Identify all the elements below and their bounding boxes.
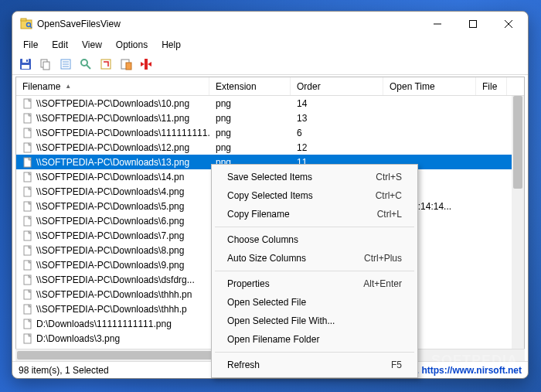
svg-marker-24 bbox=[141, 62, 145, 66]
context-menu: Save Selected ItemsCtrl+SCopy Selected I… bbox=[211, 164, 418, 378]
context-item[interactable]: Auto Size ColumnsCtrl+Plus bbox=[213, 249, 416, 268]
cell-order: 13 bbox=[291, 113, 383, 124]
context-label: Save Selected Items bbox=[227, 172, 312, 182]
sort-ascending-icon: ▲ bbox=[65, 83, 71, 90]
context-item[interactable]: Save Selected ItemsCtrl+S bbox=[213, 168, 416, 186]
menu-options[interactable]: Options bbox=[110, 38, 154, 52]
svg-rect-10 bbox=[22, 65, 29, 69]
menu-file[interactable]: File bbox=[17, 38, 44, 52]
svg-rect-1 bbox=[21, 19, 26, 21]
cell-filename: \\SOFTPEDIA-PC\Downloads\thhh.pn bbox=[16, 289, 209, 300]
cell-order: 14 bbox=[291, 98, 383, 109]
context-item[interactable]: Open Filename Folder bbox=[213, 330, 416, 349]
find-icon[interactable] bbox=[77, 56, 94, 73]
context-separator bbox=[215, 227, 414, 227]
cell-filename: \\SOFTPEDIA-PC\Downloads\4.png bbox=[16, 186, 209, 197]
cell-filename: \\SOFTPEDIA-PC\Downloads\111111111... bbox=[16, 128, 209, 138]
column-extension[interactable]: Extension bbox=[209, 77, 291, 95]
cell-filename: D:\Downloads\3.png bbox=[16, 333, 209, 344]
column-file[interactable]: File bbox=[476, 77, 507, 95]
context-shortcut: Ctrl+L bbox=[377, 209, 402, 220]
context-label: Choose Columns bbox=[227, 234, 298, 245]
context-item[interactable]: RefreshF5 bbox=[213, 356, 416, 374]
context-shortcut: F5 bbox=[391, 360, 402, 370]
cell-filename: \\SOFTPEDIA-PC\Downloads\dsfdrg... bbox=[16, 274, 209, 285]
context-shortcut: Ctrl+C bbox=[376, 190, 402, 201]
file-icon bbox=[22, 157, 33, 168]
cell-filename: \\SOFTPEDIA-PC\Downloads\13.png bbox=[16, 157, 209, 168]
context-item[interactable]: Open Selected File bbox=[213, 293, 416, 312]
svg-rect-5 bbox=[470, 21, 477, 28]
context-label: Auto Size Columns bbox=[227, 253, 306, 264]
titlebar[interactable]: OpenSaveFilesView bbox=[12, 12, 528, 36]
copy-icon[interactable] bbox=[37, 56, 54, 73]
context-label: Refresh bbox=[227, 360, 260, 370]
file-icon bbox=[22, 304, 33, 315]
file-icon bbox=[22, 128, 33, 138]
svg-rect-13 bbox=[43, 62, 49, 70]
context-item[interactable]: Choose Columns bbox=[213, 230, 416, 249]
minimize-button[interactable] bbox=[420, 12, 455, 36]
save-icon[interactable] bbox=[17, 56, 34, 73]
column-headers: Filename▲ Extension Order Open Time File bbox=[16, 77, 524, 96]
cell-order: 12 bbox=[291, 142, 383, 153]
svg-point-18 bbox=[81, 60, 87, 66]
menu-edit[interactable]: Edit bbox=[46, 38, 74, 52]
column-order[interactable]: Order bbox=[291, 77, 383, 95]
file-icon bbox=[22, 186, 33, 197]
file-icon bbox=[22, 274, 33, 285]
exit-icon[interactable] bbox=[138, 56, 155, 73]
svg-rect-11 bbox=[26, 60, 28, 62]
cell-filename: \\SOFTPEDIA-PC\Downloads\5.png bbox=[16, 201, 209, 212]
svg-line-19 bbox=[87, 65, 90, 69]
table-row[interactable]: \\SOFTPEDIA-PC\Downloads\11.pngpng13 bbox=[16, 111, 524, 125]
svg-marker-25 bbox=[148, 62, 151, 66]
file-icon bbox=[22, 142, 33, 153]
cell-filename: \\SOFTPEDIA-PC\Downloads\10.png bbox=[16, 98, 209, 109]
column-filename[interactable]: Filename▲ bbox=[16, 77, 209, 95]
file-icon bbox=[22, 245, 33, 256]
cell-extension: png bbox=[209, 128, 291, 138]
menu-view[interactable]: View bbox=[76, 38, 108, 52]
context-item[interactable]: Open Selected File With... bbox=[213, 312, 416, 330]
status-count: 98 item(s), 1 Selected bbox=[19, 365, 109, 376]
file-icon bbox=[22, 289, 33, 300]
context-label: Open Selected File bbox=[227, 297, 306, 308]
cell-filename: \\SOFTPEDIA-PC\Downloads\6.png bbox=[16, 216, 209, 227]
context-separator bbox=[215, 352, 414, 353]
file-icon bbox=[22, 113, 33, 124]
context-item[interactable]: Copy Selected ItemsCtrl+C bbox=[213, 186, 416, 205]
table-row[interactable]: \\SOFTPEDIA-PC\Downloads\111111111...png… bbox=[16, 125, 524, 140]
cell-extension: png bbox=[209, 98, 291, 109]
file-icon bbox=[22, 216, 33, 227]
column-opentime[interactable]: Open Time bbox=[383, 77, 476, 95]
menubar: File Edit View Options Help bbox=[12, 36, 528, 53]
table-row[interactable]: \\SOFTPEDIA-PC\Downloads\10.pngpng14 bbox=[16, 96, 524, 111]
cell-filename: \\SOFTPEDIA-PC\Downloads\9.png bbox=[16, 260, 209, 271]
file-icon bbox=[22, 260, 33, 271]
cell-filename: \\SOFTPEDIA-PC\Downloads\12.png bbox=[16, 142, 209, 153]
cell-filename: \\SOFTPEDIA-PC\Downloads\14.pn bbox=[16, 172, 209, 182]
cell-filename: \\SOFTPEDIA-PC\Downloads\7.png bbox=[16, 230, 209, 241]
file-icon bbox=[22, 201, 33, 212]
options-icon[interactable] bbox=[117, 56, 134, 73]
refresh-icon[interactable] bbox=[97, 56, 114, 73]
maximize-button[interactable] bbox=[455, 12, 491, 36]
svg-rect-23 bbox=[145, 59, 148, 70]
vertical-scroll-thumb[interactable] bbox=[513, 96, 522, 189]
menu-help[interactable]: Help bbox=[155, 38, 187, 52]
context-item[interactable]: PropertiesAlt+Enter bbox=[213, 274, 416, 293]
context-separator bbox=[215, 271, 414, 271]
properties-icon[interactable] bbox=[57, 56, 74, 73]
context-label: Open Filename Folder bbox=[227, 334, 319, 345]
close-button[interactable] bbox=[491, 12, 526, 36]
vertical-scrollbar[interactable] bbox=[512, 96, 524, 359]
context-item[interactable]: Copy FilenameCtrl+L bbox=[213, 205, 416, 223]
cell-filename: \\SOFTPEDIA-PC\Downloads\8.png bbox=[16, 245, 209, 256]
cell-filename: \\SOFTPEDIA-PC\Downloads\thhh.p bbox=[16, 304, 209, 315]
context-shortcut: Ctrl+Plus bbox=[364, 253, 402, 264]
file-icon bbox=[22, 319, 33, 329]
table-row[interactable]: \\SOFTPEDIA-PC\Downloads\12.pngpng12 bbox=[16, 140, 524, 155]
context-label: Properties bbox=[227, 278, 270, 289]
file-icon bbox=[22, 333, 33, 344]
